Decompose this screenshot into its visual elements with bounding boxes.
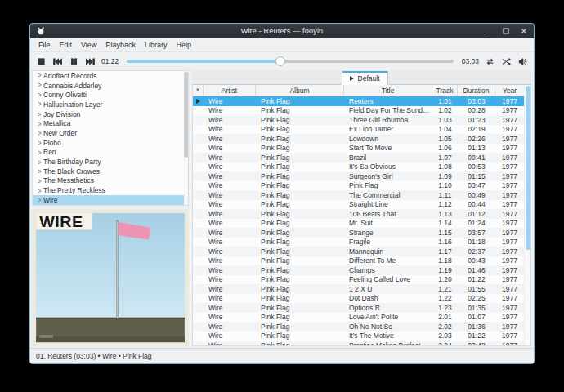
- library-tree-item[interactable]: > Hallucination Layer: [33, 100, 188, 109]
- stop-button[interactable]: [36, 56, 47, 67]
- playlist-row[interactable]: Wire Pink Flag Straight Line 1.12 00:44 …: [193, 200, 524, 210]
- menu-file[interactable]: File: [38, 41, 51, 49]
- maximize-button[interactable]: [502, 27, 510, 35]
- tab-default[interactable]: Default: [342, 71, 388, 85]
- close-button[interactable]: [520, 27, 528, 35]
- column-header-duration[interactable]: Duration: [458, 85, 495, 96]
- pause-button[interactable]: [69, 56, 79, 67]
- playlist-row[interactable]: Wire Pink Flag Different To Me 1.18 00:4…: [193, 256, 524, 266]
- cell-track: 2.01: [432, 313, 458, 321]
- playlist-row[interactable]: Wire Pink Flag Lowdown 1.05 02:26 1977: [193, 134, 524, 144]
- repeat-button[interactable]: [485, 56, 495, 67]
- window-title: Wire - Reuters — fooyin: [30, 27, 534, 35]
- cell-duration: 03:03: [458, 97, 495, 105]
- volume-button[interactable]: [517, 56, 528, 67]
- column-header-title[interactable]: Title: [344, 85, 432, 96]
- playlist-row[interactable]: Wire Pink Flag Dot Dash 1.22 02:25 1977: [193, 294, 524, 304]
- library-tree-item[interactable]: > Artoffact Records: [33, 71, 188, 81]
- cell-track: 1.07: [432, 154, 458, 162]
- playlist-row[interactable]: Wire Pink Flag Mr. Suit 1.14 01:24 1977: [193, 219, 524, 229]
- playlist-row[interactable]: Wire Pink Flag Surgeon's Girl 1.09 01:15…: [193, 172, 524, 181]
- playlist-row[interactable]: Wire Pink Flag 106 Beats That 1.13 01:12…: [193, 209, 524, 219]
- playlist-row[interactable]: Wire Pink Flag Love Ain't Polite 2.01 01…: [193, 313, 524, 323]
- minimize-button[interactable]: [484, 27, 492, 35]
- cell-album: Pink Flag: [256, 106, 344, 114]
- cell-artist: Wire: [204, 323, 256, 331]
- tree-scrollbar[interactable]: [184, 71, 188, 205]
- library-tree-item[interactable]: > New Order: [33, 128, 188, 138]
- cell-duration: 03:48: [458, 341, 495, 346]
- playlist-row[interactable]: Wire Pink Flag Three Girl Rhumba 1.03 01…: [193, 115, 524, 125]
- playlist-row[interactable]: Wire Pink Flag Fragile 1.16 01:18 1977: [193, 238, 524, 247]
- playlist-row[interactable]: Wire Pink Flag 1 2 X U 1.21 01:55 1977: [193, 284, 524, 294]
- playlist-row[interactable]: Wire Pink Flag Brazil 1.07 00:41 1977: [193, 153, 524, 163]
- menu-help[interactable]: Help: [176, 41, 191, 49]
- menu-edit[interactable]: Edit: [60, 41, 73, 49]
- app-window: Wire - Reuters — fooyin FileEditViewPlay…: [29, 23, 535, 364]
- playlist-row[interactable]: Wire Pink Flag The Commercial 1.11 00:49…: [193, 190, 524, 200]
- cell-album: Pink Flag: [256, 163, 344, 171]
- playlist-row[interactable]: Wire Pink Flag Pink Flag 1.10 03:47 1977: [193, 181, 524, 191]
- cell-artist: Wire: [204, 313, 256, 321]
- playlist-row[interactable]: Wire Pink Flag Start To Move 1.06 01:13 …: [193, 144, 524, 154]
- total-time: 03:03: [462, 57, 479, 65]
- library-tree-item[interactable]: > Conny Olivetti: [33, 90, 188, 100]
- playlist-row[interactable]: Wire Pink Flag Champs 1.19 01:46 1977: [193, 265, 524, 275]
- playlist-row[interactable]: Wire Pink Flag It's The Motive 2.03 01:2…: [193, 332, 524, 341]
- cell-duration: 01:18: [458, 238, 495, 246]
- cell-album: Pink Flag: [256, 304, 344, 312]
- playlist-scrollbar[interactable]: [524, 85, 530, 345]
- cell-duration: 01:22: [458, 332, 495, 340]
- library-tree-item[interactable]: > Metallica: [33, 118, 188, 128]
- library-tree-item[interactable]: > Joy Division: [33, 109, 188, 119]
- library-tree-item[interactable]: > Cannabis Adderley: [33, 81, 188, 91]
- previous-button[interactable]: [52, 56, 63, 67]
- titlebar: Wire - Reuters — fooyin: [30, 24, 534, 38]
- library-tree-item[interactable]: > Wire: [33, 195, 188, 205]
- column-header-artist[interactable]: Artist: [204, 85, 256, 96]
- cell-year: 1977: [495, 125, 524, 133]
- seek-handle[interactable]: [275, 56, 285, 66]
- library-tree-item[interactable]: > Ploho: [33, 138, 188, 148]
- cell-track: 1.10: [432, 181, 458, 189]
- playlist-scrollbar-thumb[interactable]: [526, 86, 530, 250]
- column-header-indicator[interactable]: *: [193, 85, 204, 96]
- library-tree-item[interactable]: > The Messthetics: [33, 176, 188, 186]
- cell-artist: Wire: [204, 135, 256, 143]
- playlist-row[interactable]: Wire Pink Flag Practice Makes Perfect 2.…: [193, 341, 524, 346]
- playlist-row[interactable]: Wire Pink Flag It's So Obvious 1.08 00:5…: [193, 163, 524, 172]
- playlist-row[interactable]: Wire Pink Flag Strange 1.15 03:57 1977: [193, 228, 524, 238]
- menu-view[interactable]: View: [81, 41, 96, 49]
- playlist-row[interactable]: Wire Pink Flag Ex Lion Tamer 1.04 02:19 …: [193, 125, 524, 135]
- column-header-album[interactable]: Album: [256, 85, 344, 96]
- cell-track: 1.11: [432, 191, 458, 199]
- library-tree-item[interactable]: > The Pretty Reckless: [33, 185, 188, 195]
- cell-artist: Wire: [204, 304, 256, 312]
- library-tree-item[interactable]: > The Birthday Party: [33, 157, 188, 167]
- tab-label: Default: [358, 74, 380, 82]
- playlist-row[interactable]: Wire Pink Flag Reuters 1.01 03:03 1977: [193, 96, 524, 106]
- cell-artist: Wire: [204, 191, 256, 199]
- menu-playback[interactable]: Playback: [105, 41, 136, 49]
- chevron-right-icon: >: [36, 176, 43, 185]
- playlist-row[interactable]: Wire Pink Flag Field Day For The Sundays…: [193, 106, 524, 116]
- cell-album: Pink Flag: [256, 266, 344, 274]
- playlist-row[interactable]: Wire Pink Flag Oh No Not So 2.02 01:36 1…: [193, 322, 524, 332]
- cell-artist: Wire: [204, 200, 256, 208]
- cell-title: Fragile: [344, 238, 432, 246]
- cell-title: Ex Lion Tamer: [344, 125, 432, 133]
- playlist-row[interactable]: Wire Pink Flag Mannequin 1.17 02:37 1977: [193, 247, 524, 256]
- cell-album: Pink Flag: [256, 229, 344, 237]
- column-header-track[interactable]: Track: [432, 85, 458, 96]
- next-button[interactable]: [85, 56, 96, 67]
- library-tree-item[interactable]: > The Black Crowes: [33, 167, 188, 176]
- cell-year: 1977: [495, 304, 524, 312]
- column-header-year[interactable]: Year: [495, 85, 524, 96]
- tree-scrollbar-thumb[interactable]: [184, 72, 188, 158]
- seek-slider[interactable]: [127, 56, 453, 67]
- shuffle-button[interactable]: [501, 56, 512, 67]
- menu-library[interactable]: Library: [145, 41, 168, 49]
- playlist-row[interactable]: Wire Pink Flag Feeling Called Love 1.20 …: [193, 275, 524, 285]
- library-tree-item[interactable]: > Ren: [33, 148, 188, 158]
- playlist-row[interactable]: Wire Pink Flag Options R 1.23 01:35 1977: [193, 303, 524, 313]
